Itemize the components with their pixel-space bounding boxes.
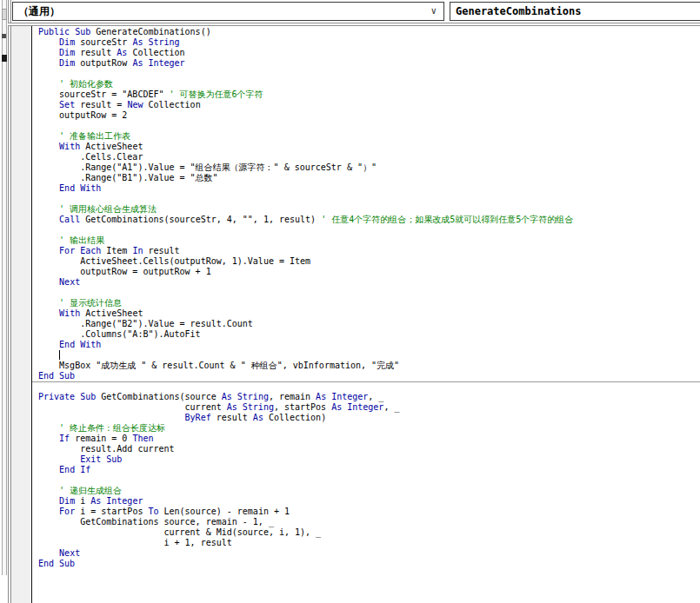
code-line: Private Sub GetCombinations(source As St… [32,392,700,402]
code-line: ' 初始化参数 [32,79,700,89]
code-line: Dim outputRow As Integer [32,58,700,69]
code-line: End With [32,183,700,194]
code-line: End Sub [32,559,700,569]
code-keyword: As [253,413,263,422]
code-text: remain = 0 [70,434,132,443]
code-text: .Range("A1").Value = "组合结果（源字符：" & sourc… [38,162,377,172]
margin-indicator-bar[interactable] [11,26,32,603]
code-line [32,225,700,235]
code-keyword: As Integer [331,402,383,412]
code-text [38,48,59,57]
code-text: , remain [269,392,316,401]
code-text: , startPos [274,402,331,412]
code-text: outputRow = 2 [38,110,127,120]
code-text: .Range("B1").Value = "总数" [38,173,218,182]
code-text [38,454,80,464]
object-dropdown[interactable]: （通用） ∨ [12,2,444,21]
code-text: outputRow [75,58,132,68]
code-text: sourceStr [75,37,132,47]
code-line: .Cells.Clear [32,152,700,162]
procedure-dropdown[interactable]: GenerateCombinations [450,2,700,21]
code-line [32,288,700,298]
code-keyword: As Integer [316,392,368,401]
code-line: ' 输出结果 [32,235,700,246]
code-keyword: Exit Sub [80,454,122,464]
code-text: i [75,496,90,506]
code-line [32,569,700,580]
code-text [38,246,59,255]
code-line: With ActiveSheet [32,308,700,319]
code-keyword: Set [59,100,75,109]
code-text: MsgBox "成功生成 " & result.Count & " 种组合", … [38,361,399,370]
code-keyword: With [59,142,80,151]
code-line: For i = startPos To Len(source) - remain… [32,507,700,517]
code-keyword: With [59,308,80,318]
code-text [38,434,59,443]
code-line: current As String, startPos As Integer, … [32,402,700,413]
code-text [38,496,59,506]
code-line [32,69,700,79]
adjacent-window-scrollbar [2,0,7,575]
code-text [38,58,59,68]
code-text: result [75,48,117,57]
code-comment: ' 调用核心组合生成算法 [38,204,157,214]
code-text: i = startPos [75,507,148,516]
code-text: outputRow = outputRow + 1 [38,267,211,276]
code-keyword: As Integer [90,496,143,506]
code-text: current [38,402,227,412]
code-text: Collection [127,48,184,57]
code-text: , _ [368,392,383,401]
window-edge-fragment [2,9,7,20]
code-line: Next [32,277,700,288]
code-editor[interactable]: Public Sub GenerateCombinations() Dim so… [32,27,700,603]
object-dropdown-value: （通用） [18,4,60,19]
code-line [32,121,700,131]
code-line: Set result = New Collection [32,100,700,110]
code-keyword: Dim [59,37,75,47]
code-text: GetCombinations source, remain - 1, _ [38,517,274,527]
header-separator [8,23,700,26]
code-text: result [143,246,179,255]
code-line: Next [32,548,700,559]
code-text [38,183,59,193]
code-comment: ' 终止条件：组合长度达标 [38,423,165,433]
code-keyword: ByRef [185,413,211,422]
code-line: ' 递归生成组合 [32,486,700,496]
code-text [38,308,59,318]
code-keyword: As Integer [132,58,184,68]
code-line: .Columns("A:B").AutoFit [32,329,700,340]
code-line: End Sub [32,371,700,381]
code-line: For Each Item In result [32,246,700,256]
code-keyword: End Sub [38,371,75,381]
code-line: .Range("B1").Value = "总数" [32,173,700,183]
code-keyword: For Each [59,246,101,255]
code-text: GetCombinations(source [96,392,222,401]
code-line: If remain = 0 Then [32,434,700,444]
code-line: ' 显示统计信息 [32,298,700,308]
code-line: .Range("B2").Value = result.Count [32,319,700,329]
code-keyword: As String [227,402,274,412]
code-comment: ' 显示统计信息 [38,298,122,308]
code-keyword: Then [132,434,153,443]
chevron-down-icon[interactable]: ∨ [430,5,437,17]
code-text [38,37,59,47]
code-keyword: If [59,434,70,443]
code-text: Collection) [263,413,326,422]
code-keyword: Private Sub [38,392,96,401]
code-line: ActiveSheet.Cells(outputRow, 1).Value = … [32,256,700,267]
code-line: End With [32,340,700,350]
code-keyword: Public Sub [38,27,96,36]
code-line: .Range("A1").Value = "组合结果（源字符：" & sourc… [32,162,700,173]
code-keyword: Next [59,548,80,558]
code-keyword: End With [59,183,101,193]
code-keyword: End With [59,340,101,349]
code-text: ActiveSheet [80,308,143,318]
code-keyword: As String [222,392,269,401]
code-text [38,340,59,349]
code-pane-header: （通用） ∨ GenerateCombinations [11,0,700,23]
code-text: GenerateCombinations() [96,27,210,36]
code-text [38,100,59,109]
code-line: ' 准备输出工作表 [32,131,700,142]
code-line [32,475,700,486]
code-keyword: In [132,246,143,255]
